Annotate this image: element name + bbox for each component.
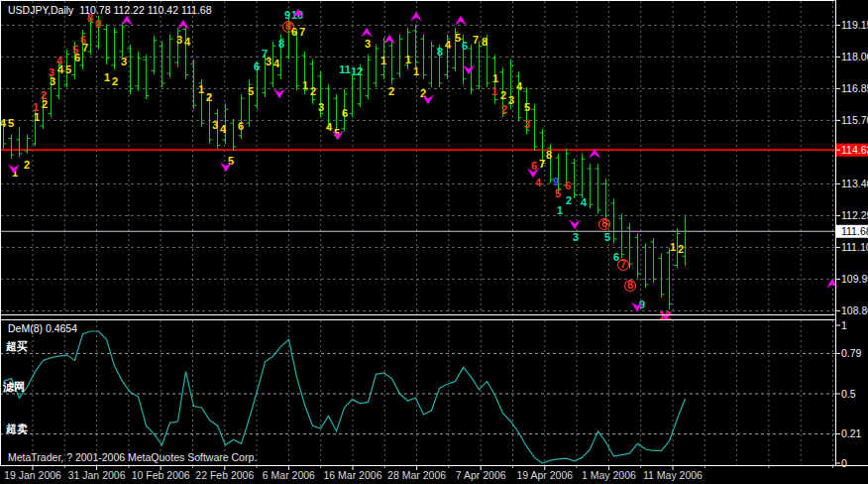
- date-axis-label: 1 May 2006: [582, 469, 636, 481]
- count-number: 4: [57, 63, 64, 75]
- indicator-axis-label: 0.5: [841, 388, 856, 400]
- count-number: 6: [238, 120, 244, 132]
- count-number: 4: [581, 196, 588, 208]
- count-number: 6: [565, 180, 571, 191]
- horizontal-lines: [0, 150, 835, 231]
- date-axis-label: 28 Mar 2006: [387, 469, 446, 481]
- count-number: 6: [531, 160, 537, 172]
- count-number: 3: [365, 38, 371, 50]
- time-axis: 19 Jan 200631 Jan 200610 Feb 200622 Feb …: [4, 466, 832, 481]
- count-number: 7: [82, 42, 88, 54]
- count-number: 11: [339, 63, 351, 75]
- count-number: 8: [546, 149, 552, 161]
- price-axis-label: 114.63: [841, 144, 868, 156]
- date-axis-label: 6 Mar 2006: [263, 469, 315, 481]
- date-axis-label: 22 Feb 2006: [195, 469, 254, 481]
- count-number: 6: [254, 60, 260, 72]
- count-number: 8: [278, 38, 284, 50]
- arrow-up-icon: [411, 12, 422, 21]
- count-number: 1: [104, 71, 110, 83]
- count-number: 4: [0, 117, 7, 129]
- count-number: 7: [473, 34, 479, 46]
- count-number: 6: [342, 107, 348, 119]
- count-number: 3: [121, 56, 127, 67]
- indicator-axis-label: 0.79: [841, 347, 862, 359]
- price-axis-label: 119.15: [841, 19, 868, 31]
- indicator-axis-label: 1: [841, 319, 847, 331]
- count-number: 4: [326, 121, 333, 133]
- level-label-filter: 滤网: [3, 380, 25, 395]
- arrow-down-icon: [221, 163, 232, 172]
- dem-indicator-line: [4, 331, 686, 463]
- count-number: 5: [8, 117, 14, 129]
- count-number: 4: [535, 177, 542, 188]
- count-number: 1: [198, 83, 204, 95]
- price-axis: 119.15118.00116.85115.70113.40112.25111.…: [836, 19, 868, 469]
- count-number: 3: [176, 34, 182, 46]
- count-number: 2: [678, 243, 684, 255]
- count-number: 2: [42, 98, 48, 110]
- arrow-up-icon: [456, 16, 467, 25]
- count-number: 3: [508, 94, 514, 106]
- date-axis-label: 7 Apr 2006: [456, 469, 506, 481]
- date-axis-label: 10 Feb 2006: [132, 469, 190, 481]
- count-number: 4: [445, 39, 452, 51]
- count-number: 7: [539, 158, 545, 170]
- date-axis-label: 31 Jan 2006: [68, 469, 126, 481]
- count-number: 4: [273, 58, 280, 69]
- count-number: 7: [620, 258, 626, 270]
- mt4-chart-window: 4512112233445566789123341234565673489108…: [0, 0, 868, 484]
- count-number: 6: [613, 251, 619, 263]
- count-number: 1: [670, 241, 676, 253]
- arrow-up-icon: [384, 35, 395, 44]
- level-label-oversold: 超卖: [6, 422, 28, 436]
- count-number: 1: [492, 72, 498, 84]
- price-axis-label: 116.85: [841, 82, 868, 94]
- count-number: 1: [405, 54, 411, 65]
- count-number: 12: [351, 65, 363, 77]
- price-axis-label: 115.70: [841, 114, 868, 126]
- indicator-axis-label: 0.21: [841, 427, 862, 439]
- count-number: 1: [413, 65, 419, 77]
- price-axis-label: 113.40: [841, 178, 868, 189]
- date-axis-label: 16 Mar 2006: [324, 469, 382, 481]
- count-number: 2: [500, 89, 506, 101]
- date-axis-label: 19 Jan 2006: [4, 469, 61, 481]
- count-number: 1: [380, 55, 386, 66]
- count-number: 1: [302, 79, 308, 91]
- count-number: 5: [555, 187, 561, 199]
- count-number: 8: [601, 217, 607, 229]
- price-axis-label: 112.25: [841, 209, 868, 221]
- arrow-down-icon: [423, 95, 434, 104]
- count-number: 5: [455, 32, 461, 44]
- dem-line: [4, 331, 686, 463]
- price-axis-label: 111.68: [841, 225, 868, 237]
- count-number: 2: [501, 103, 507, 115]
- chart-canvas[interactable]: 4512112233445566789123341234565673489108…: [0, 0, 868, 484]
- arrow-up-icon: [178, 20, 189, 29]
- count-number: 7: [299, 26, 305, 38]
- count-number: 5: [524, 101, 530, 113]
- ohlc-bars: [1, 16, 689, 310]
- count-number: 3: [266, 56, 271, 67]
- count-number: 2: [112, 75, 118, 87]
- count-number: 3: [318, 101, 324, 113]
- copyright-text: MetaTrader, ? 2001-2006 MetaQuotes Softw…: [8, 451, 257, 463]
- price-axis-label: 111.10: [841, 241, 868, 253]
- count-number: 4: [516, 80, 523, 92]
- count-number: 1: [557, 204, 563, 216]
- arrow-down-icon: [570, 220, 581, 229]
- count-number: 1: [491, 85, 497, 97]
- count-number: 3: [212, 119, 218, 131]
- count-number: 3: [573, 231, 579, 243]
- arrow-up-icon: [362, 28, 373, 37]
- arrow-down-icon: [464, 65, 475, 74]
- level-label-overbought: 超买: [6, 339, 28, 354]
- count-number: 4: [220, 123, 227, 135]
- price-axis-label: 109.95: [841, 273, 868, 285]
- count-number: 2: [566, 194, 572, 206]
- count-number: 1: [34, 111, 40, 123]
- price-axis-label: 118.00: [841, 51, 868, 62]
- count-number: 8: [627, 279, 633, 291]
- count-number: 2: [24, 159, 30, 171]
